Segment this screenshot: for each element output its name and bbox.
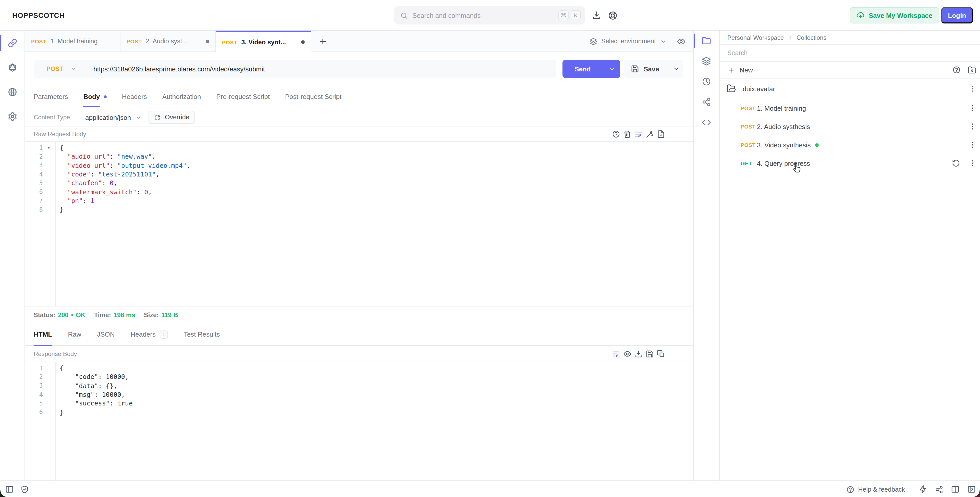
file-plus-icon[interactable] (656, 130, 665, 138)
request-option-tab-post-request-script[interactable]: Post-request Script (285, 86, 342, 108)
lifebuoy-icon[interactable] (608, 10, 617, 20)
sidebar-item-history[interactable] (694, 71, 719, 92)
send-options-chevron[interactable] (603, 65, 620, 72)
trash-icon[interactable] (623, 130, 632, 138)
unsaved-dot (301, 40, 305, 44)
breadcrumb-workspace[interactable]: Personal Workspace (727, 34, 784, 41)
environment-quick-peek[interactable] (677, 30, 686, 52)
save-my-workspace-button[interactable]: Save My Workspace (850, 7, 939, 24)
request-tab[interactable]: POST2. Audio syst... (121, 30, 216, 52)
collections-search-input[interactable]: Search (720, 45, 980, 62)
lightning-icon[interactable] (919, 485, 928, 494)
help-circle-icon[interactable] (953, 66, 961, 74)
request-option-tab-pre-request-script[interactable]: Pre-request Script (216, 86, 270, 108)
breadcrumb: Personal Workspace Collections (720, 30, 980, 45)
request-option-tab-parameters[interactable]: Parameters (34, 86, 68, 108)
wrap-text-icon[interactable] (634, 130, 643, 138)
response-tab-json[interactable]: JSON (97, 323, 115, 346)
line-number: 5 (25, 400, 43, 407)
request-option-tab-authorization[interactable]: Authorization (162, 86, 201, 108)
kebab-menu-icon[interactable] (968, 85, 977, 93)
sidebar-item-generate-code[interactable] (694, 112, 719, 133)
code-line: 2 "audio_url": "new.wav", (25, 152, 693, 161)
request-option-tab-label: Body (83, 93, 100, 100)
download-icon[interactable] (592, 11, 601, 20)
shield-check-icon[interactable] (21, 485, 29, 494)
login-button[interactable]: Login (941, 7, 973, 24)
response-body-viewer[interactable]: 1{2 "code": 10000,3 "data": {},4 "msg": … (25, 362, 693, 480)
help-feedback-button[interactable]: Help & feedback (846, 485, 905, 494)
code-content: "success": true (55, 400, 133, 407)
request-tab[interactable]: POST1. Model training (25, 30, 121, 52)
code-content: "code": 10000, (55, 373, 129, 381)
help-circle-icon[interactable] (611, 130, 620, 138)
global-search[interactable]: Search and commands ⌘ K (394, 6, 585, 24)
save-label: Save (639, 65, 669, 73)
save-icon (624, 65, 639, 73)
request-method-badge: POST (741, 142, 756, 148)
nav-item-settings[interactable] (0, 104, 24, 129)
columns-icon[interactable] (951, 485, 959, 494)
request-list-item[interactable]: POST1. Model training (720, 99, 980, 117)
code-line: 6} (25, 408, 693, 417)
kebab-menu-icon[interactable] (968, 104, 977, 112)
request-list-item[interactable]: POST2. Audio systhesis (720, 117, 980, 136)
response-tab-label: Test Results (184, 330, 220, 338)
new-collection-button[interactable]: New (740, 66, 753, 74)
restore-response-icon[interactable] (952, 159, 960, 167)
nav-item-realtime[interactable] (0, 79, 24, 104)
code-content: "watermark_switch": 0, (55, 188, 152, 195)
kebab-menu-icon[interactable] (968, 122, 977, 130)
request-option-tab-body[interactable]: Body (83, 86, 107, 108)
url-input[interactable]: https://318a026b.laresprime.olares.com/v… (87, 65, 265, 73)
kebab-menu-icon[interactable] (968, 159, 977, 167)
new-tab-button[interactable] (311, 30, 334, 52)
wrap-text-icon[interactable] (611, 349, 620, 358)
sidebar-item-collections[interactable] (694, 30, 719, 51)
response-tab-test-results[interactable]: Test Results (184, 323, 220, 346)
response-tab-html[interactable]: HTML (34, 323, 52, 346)
request-list-item[interactable]: GET4. Query progress (720, 154, 980, 172)
app-window: HOPPSCOTCH Search and commands ⌘ K Sav (0, 0, 980, 497)
request-option-tab-headers[interactable]: Headers (122, 86, 147, 108)
help-feedback-label: Help & feedback (858, 486, 905, 493)
sidebar-item-environments[interactable] (694, 51, 719, 71)
code-content: { (55, 144, 64, 151)
method-selector[interactable]: POST (34, 60, 87, 78)
size-label: Size: (144, 311, 159, 319)
request-tab[interactable]: POST3. Video synt... (216, 30, 311, 52)
search-placeholder: Search and commands (412, 11, 480, 19)
share-icon[interactable] (935, 485, 943, 494)
response-tab-headers[interactable]: Headers1 (130, 323, 168, 346)
code-line: 3 "data": {}, (25, 381, 693, 390)
request-list-item[interactable]: POST3. Video synthesis (720, 136, 980, 154)
save-options-chevron[interactable] (669, 65, 683, 72)
magic-wand-icon[interactable] (645, 130, 654, 138)
collection-folder-duix-avatar[interactable]: duix.avatar (720, 79, 980, 99)
save-button[interactable]: Save (624, 60, 683, 78)
request-method-badge: POST (741, 124, 756, 130)
download-icon[interactable] (634, 349, 643, 358)
request-body-editor[interactable]: 1▼{2 "audio_url": "new.wav",3 "video_url… (25, 142, 693, 306)
time-label: Time: (94, 311, 111, 319)
environment-selector[interactable]: Select environment (590, 30, 667, 52)
sidebar-item-share[interactable] (694, 92, 719, 112)
override-button[interactable]: Override (148, 111, 195, 124)
folder-icon (702, 36, 711, 45)
send-button[interactable]: Send (563, 60, 620, 78)
nav-item-rest[interactable] (0, 30, 24, 55)
content-type-label: Content Type (34, 108, 70, 127)
url-row: POST https://318a026b.laresprime.olares.… (25, 52, 693, 86)
copy-icon[interactable] (656, 349, 665, 358)
request-option-tab-label: Parameters (34, 93, 68, 100)
kebab-menu-icon[interactable] (968, 141, 977, 149)
nav-item-graphql[interactable] (0, 55, 24, 79)
status-text: OK (76, 311, 86, 319)
content-type-selector[interactable]: application/json (85, 108, 142, 127)
import-export-icon[interactable] (968, 65, 977, 74)
save-icon[interactable] (645, 349, 654, 358)
eye-icon[interactable] (623, 349, 632, 358)
response-tab-raw[interactable]: Raw (68, 323, 81, 346)
code-line: 7 "pn": 1 (25, 196, 693, 205)
gear-icon (7, 111, 17, 121)
